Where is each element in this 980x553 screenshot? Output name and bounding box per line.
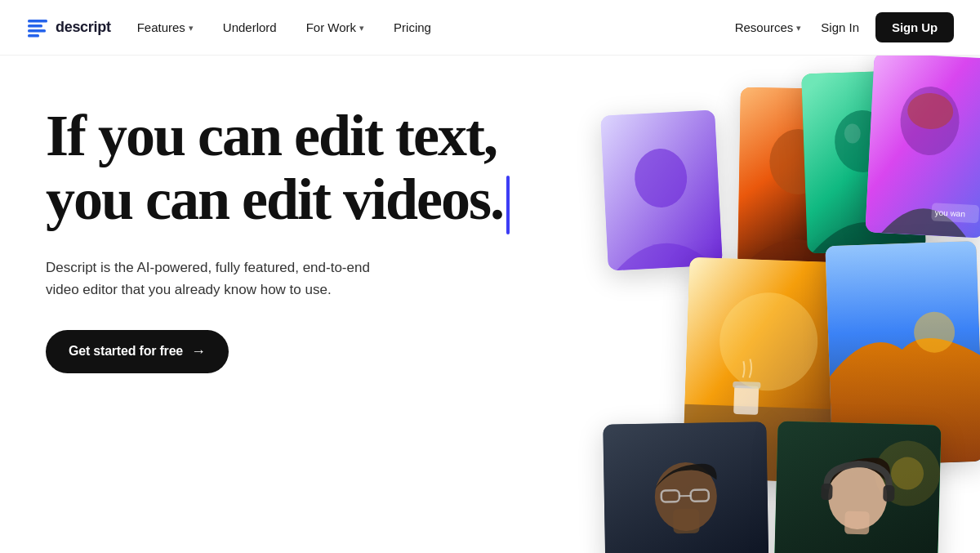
video-thumbnail (600, 109, 723, 270)
video-thumbnail (773, 421, 941, 553)
text-cursor (506, 176, 510, 234)
sign-in-link[interactable]: Sign In (821, 20, 859, 34)
svg-rect-2 (28, 29, 46, 33)
svg-rect-1 (28, 25, 42, 28)
cta-button[interactable]: Get started for free → (46, 330, 229, 373)
logo[interactable]: descript (26, 16, 111, 39)
arrow-icon: → (191, 343, 206, 360)
hero-section: If you can edit text, you can edit video… (0, 56, 980, 553)
svg-rect-34 (821, 484, 833, 500)
svg-rect-35 (883, 485, 895, 502)
nav-for-work[interactable]: For Work ▾ (303, 16, 368, 39)
hero-subtitle: Descript is the AI-powered, fully featur… (46, 257, 397, 301)
hero-headline: If you can edit text, you can edit video… (46, 105, 617, 234)
nav-features[interactable]: Features ▾ (134, 16, 197, 39)
chevron-down-icon: ▾ (359, 23, 364, 33)
nav-pricing[interactable]: Pricing (390, 16, 434, 39)
logo-label: descript (56, 19, 111, 36)
navbar: descript Features ▾ Underlord For Work ▾… (0, 0, 980, 56)
chevron-down-icon: ▾ (796, 23, 801, 33)
video-thumbnail: you wan (865, 56, 980, 239)
logo-icon (26, 16, 49, 39)
nav-right: Resources ▾ Sign In Sign Up (732, 12, 954, 42)
svg-rect-0 (28, 20, 47, 23)
nav-resources[interactable]: Resources ▾ (732, 16, 805, 39)
svg-text:you wan: you wan (934, 207, 965, 218)
sign-up-button[interactable]: Sign Up (875, 12, 954, 42)
cta-label: Get started for free (69, 344, 183, 359)
svg-rect-18 (733, 386, 759, 415)
chevron-down-icon: ▾ (189, 23, 194, 33)
nav-left: descript Features ▾ Underlord For Work ▾… (26, 16, 434, 39)
video-thumbnail (603, 421, 768, 553)
nav-underlord[interactable]: Underlord (220, 16, 280, 39)
svg-rect-3 (28, 34, 39, 38)
